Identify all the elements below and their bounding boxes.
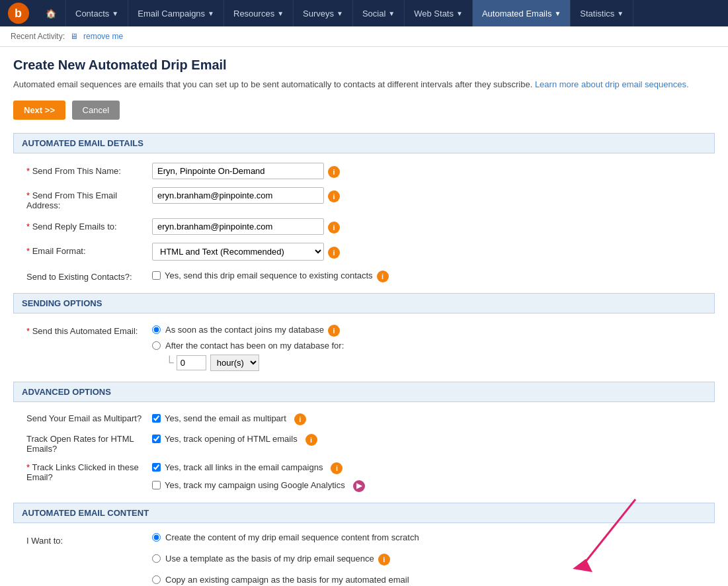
multipart-check-row: Yes, send the email as multipart i [152, 411, 306, 425]
google-analytics-checkbox[interactable] [152, 481, 161, 489]
nav-resources[interactable]: Resources ▼ [224, 0, 294, 26]
logo: b [0, 0, 36, 26]
nav-web-stats[interactable]: Web Stats ▼ [405, 0, 473, 26]
send-from-email-label: * Send From This Email Address: [26, 187, 152, 210]
nav-home[interactable]: 🏠 [36, 0, 66, 26]
nav-contacts[interactable]: Contacts ▼ [66, 0, 128, 26]
social-arrow: ▼ [388, 10, 395, 17]
multipart-row: Send Your Email as Multipart? Yes, send … [13, 411, 715, 425]
home-icon: 🏠 [46, 9, 56, 19]
send-reply-input[interactable] [152, 218, 324, 235]
radio-after-label: After the contact has been on my databas… [165, 341, 344, 351]
multipart-info-icon[interactable]: i [294, 413, 306, 425]
learn-more-link[interactable]: Learn more about drip email sequences. [535, 79, 689, 89]
statistics-arrow: ▼ [617, 10, 624, 17]
delay-line: └ [165, 356, 174, 370]
content-radio2-label: Use a template as the basis of my drip e… [165, 554, 374, 564]
breadcrumb-icon: 🖥 [70, 32, 78, 41]
contacts-arrow: ▼ [112, 10, 118, 17]
content-radio1-label: Create the content of my drip email sequ… [165, 532, 419, 542]
top-next-button[interactable]: Next >> [13, 101, 65, 120]
send-existing-info-icon[interactable]: i [377, 271, 389, 282]
email-format-label: * Email Format: [26, 243, 152, 256]
content-radio2-info-icon[interactable]: i [378, 554, 390, 565]
multipart-check-label: Yes, send the email as multipart [165, 413, 286, 423]
breadcrumb-activity-label: Recent Activity: [11, 32, 65, 41]
multipart-checkbox[interactable] [152, 414, 161, 423]
content-radio3-label: Copy an existing campaign as the basis f… [165, 575, 409, 585]
remove-me-link[interactable]: remove me [83, 32, 123, 41]
track-links-checkbox[interactable] [152, 463, 161, 472]
nav-social[interactable]: Social ▼ [353, 0, 405, 26]
google-analytics-check-row: Yes, track my campaign using Google Anal… [152, 478, 365, 492]
radio-as-soon[interactable] [152, 325, 161, 334]
track-links-options: Yes, track all links in the email campai… [152, 460, 365, 492]
automated-emails-arrow: ▼ [554, 10, 561, 17]
send-reply-label: * Send Reply Emails to: [26, 218, 152, 231]
send-reply-info-icon[interactable]: i [328, 222, 340, 233]
multipart-label: Send Your Email as Multipart? [26, 411, 152, 423]
surveys-arrow: ▼ [337, 10, 343, 17]
send-reply-field-row: i [152, 218, 340, 235]
send-from-name-field-row: i [152, 163, 340, 179]
send-existing-label: Send to Existing Contacts?: [26, 269, 152, 282]
send-from-email-field-row: i [152, 187, 340, 204]
nav-email-campaigns[interactable]: Email Campaigns ▼ [128, 0, 224, 26]
track-open-label: Track Open Rates for HTML Emails? [26, 432, 152, 454]
content-radio2-row: Use a template as the basis of my drip e… [152, 552, 419, 565]
send-automated-options: As soon as the contact joins my database… [152, 323, 344, 371]
delay-input[interactable] [177, 355, 206, 370]
send-timing-info-icon[interactable]: i [328, 325, 340, 337]
send-from-name-row: * Send From This Name: i [13, 163, 715, 179]
top-buttons: Next >> Cancel [13, 101, 715, 120]
i-want-row: I Want to: Create the content of my drip… [13, 532, 715, 587]
main-content: Create New Automated Drip Email Automate… [0, 47, 728, 586]
send-existing-field-row: Yes, send this drip email sequence to ex… [152, 269, 389, 282]
send-from-name-info-icon[interactable]: i [328, 166, 340, 178]
send-existing-checkbox-label: Yes, send this drip email sequence to ex… [165, 271, 373, 280]
track-links-info-icon[interactable]: i [331, 462, 343, 474]
email-format-field-row: HTML and Text (Recommended) i [152, 243, 340, 261]
send-automated-label: * Send this Automated Email: [26, 323, 152, 336]
track-open-info-icon[interactable]: i [305, 434, 317, 446]
send-from-email-info-icon[interactable]: i [328, 190, 340, 202]
radio-after-row: After the contact has been on my databas… [152, 341, 344, 351]
delay-row: └ hour(s) [165, 355, 344, 371]
track-links-check-row: Yes, track all links in the email campai… [152, 460, 365, 474]
section-advanced-options: ADVANCED OPTIONS [13, 382, 715, 402]
content-radio2[interactable] [152, 554, 161, 563]
email-format-row: * Email Format: HTML and Text (Recommend… [13, 243, 715, 261]
content-radio3-row: Copy an existing campaign as the basis f… [152, 575, 419, 585]
web-stats-arrow: ▼ [456, 10, 463, 17]
nav-automated-emails[interactable]: Automated Emails ▼ [473, 0, 571, 26]
track-links-row: * Track Links Clicked in these Email? Ye… [13, 460, 715, 492]
nav-items: 🏠 Contacts ▼ Email Campaigns ▼ Resources… [36, 0, 728, 26]
section-sending-options: SENDING OPTIONS [13, 293, 715, 314]
send-from-email-input[interactable] [152, 187, 324, 204]
radio-as-soon-label: As soon as the contact joins my database [165, 325, 324, 335]
page-description: Automated email sequences are emails tha… [13, 78, 715, 91]
email-format-info-icon[interactable]: i [328, 247, 340, 259]
section-email-content: AUTOMATED EMAIL CONTENT [13, 503, 715, 523]
breadcrumb-bar: Recent Activity: 🖥 remove me [0, 26, 728, 47]
delay-unit-select[interactable]: hour(s) [210, 355, 259, 371]
page-title: Create New Automated Drip Email [13, 58, 715, 73]
i-want-label: I Want to: [26, 532, 152, 546]
content-radio3[interactable] [152, 575, 161, 584]
send-from-email-row: * Send From This Email Address: i [13, 187, 715, 210]
track-open-checkbox[interactable] [152, 435, 161, 443]
email-format-select[interactable]: HTML and Text (Recommended) [152, 243, 324, 261]
resources-arrow: ▼ [277, 10, 284, 17]
content-radio1[interactable] [152, 533, 161, 542]
track-open-check-label: Yes, track opening of HTML emails [165, 434, 298, 444]
send-existing-checkbox[interactable] [152, 271, 161, 280]
nav-surveys[interactable]: Surveys ▼ [294, 0, 353, 26]
top-cancel-button[interactable]: Cancel [72, 101, 120, 120]
nav-statistics[interactable]: Statistics ▼ [571, 0, 633, 26]
google-analytics-info-icon[interactable]: ▶ [353, 480, 365, 492]
email-campaigns-arrow: ▼ [208, 10, 214, 17]
send-from-name-input[interactable] [152, 163, 324, 179]
navbar: b 🏠 Contacts ▼ Email Campaigns ▼ Resourc… [0, 0, 728, 26]
logo-icon: b [8, 3, 29, 24]
radio-after[interactable] [152, 341, 161, 350]
